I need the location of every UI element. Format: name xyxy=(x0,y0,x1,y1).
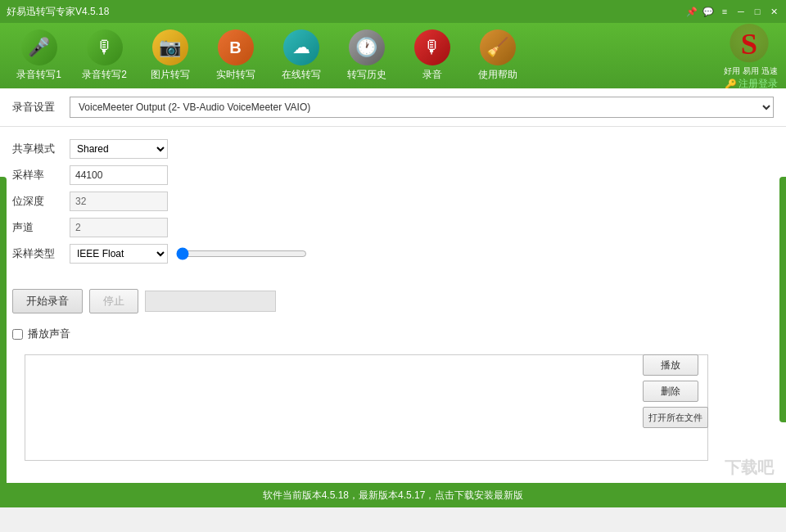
title-bar-controls: 📌 💬 ≡ ─ □ ✕ xyxy=(686,6,779,17)
volume-slider-container xyxy=(176,247,307,260)
device-select[interactable]: VoiceMeeter Output (2- VB-Audio VoiceMee… xyxy=(70,97,774,118)
toolbar: 🎤 录音转写1 🎙 录音转写2 📷 图片转写 B 实时转写 ☁ 在线转写 🕐 转… xyxy=(0,23,786,88)
sample-rate-row: 采样率 xyxy=(12,165,774,185)
stop-button[interactable]: 停止 xyxy=(89,289,138,313)
close-button[interactable]: ✕ xyxy=(768,6,779,17)
bit-depth-input[interactable] xyxy=(70,192,168,211)
shared-mode-select[interactable]: Shared Exclusive xyxy=(70,139,168,159)
shared-mode-label: 共享模式 xyxy=(12,142,61,156)
main-content: 录音设置 VoiceMeeter Output (2- VB-Audio Voi… xyxy=(0,88,786,507)
toolbar-item-realtime[interactable]: B 实时转写 xyxy=(205,27,266,84)
record2-icon: 🎙 xyxy=(87,29,123,65)
maximize-button[interactable]: □ xyxy=(752,6,763,17)
help-icon: 🧹 xyxy=(480,29,516,65)
volume-slider[interactable] xyxy=(176,247,307,260)
recording-settings-section: 录音设置 VoiceMeeter Output (2- VB-Audio Voi… xyxy=(0,88,786,127)
message-button[interactable]: 💬 xyxy=(702,6,714,17)
left-accent-bar xyxy=(0,177,7,504)
start-record-button[interactable]: 开始录音 xyxy=(12,289,83,313)
form-section: 共享模式 Shared Exclusive 采样率 位深度 声道 采样类型 IE… xyxy=(0,127,786,282)
play-button[interactable]: 播放 xyxy=(643,354,698,376)
file-list-area xyxy=(25,354,708,461)
action-buttons-row: 开始录音 停止 xyxy=(0,282,786,320)
device-label: 录音设置 xyxy=(12,100,61,115)
brand-logo: S xyxy=(720,20,778,65)
toolbar-label-image: 图片转写 xyxy=(151,68,190,82)
sample-type-row: 采样类型 IEEE Float PCM xyxy=(12,244,774,264)
toolbar-item-help[interactable]: 🧹 使用帮助 xyxy=(467,27,528,84)
history-icon: 🕐 xyxy=(349,29,385,65)
toolbar-item-record[interactable]: 🎙 录音 xyxy=(401,27,463,84)
channels-input[interactable] xyxy=(70,218,168,237)
toolbar-label-record1: 录音转写1 xyxy=(16,68,61,82)
open-folder-button[interactable]: 打开所在文件 xyxy=(643,407,708,428)
app-title: 好易迅转写专家V4.5.18 xyxy=(7,5,109,19)
pin-button[interactable]: 📌 xyxy=(686,6,698,17)
sample-rate-label: 采样率 xyxy=(12,168,61,183)
record1-icon: 🎤 xyxy=(21,29,57,65)
toolbar-label-history: 转写历史 xyxy=(347,68,386,82)
sample-type-select[interactable]: IEEE Float PCM xyxy=(70,244,168,264)
svg-text:S: S xyxy=(741,28,757,61)
title-bar: 好易迅转写专家V4.5.18 📌 💬 ≡ ─ □ ✕ xyxy=(0,0,786,23)
status-text: 软件当前版本4.5.18，最新版本4.5.17，点击下载安装最新版 xyxy=(263,489,524,503)
bit-depth-row: 位深度 xyxy=(12,192,774,211)
toolbar-label-online: 在线转写 xyxy=(282,68,321,82)
toolbar-item-record1[interactable]: 🎤 录音转写1 xyxy=(8,27,70,84)
toolbar-label-help: 使用帮助 xyxy=(478,68,517,82)
shared-mode-row: 共享模式 Shared Exclusive xyxy=(12,139,774,159)
status-bar[interactable]: 软件当前版本4.5.18，最新版本4.5.17，点击下载安装最新版 xyxy=(0,483,786,507)
right-action-buttons: 播放 删除 打开所在文件 xyxy=(643,354,708,428)
brand-tagline: 好用 易用 迅速 xyxy=(724,65,778,77)
play-sound-checkbox[interactable] xyxy=(12,329,23,340)
delete-button[interactable]: 删除 xyxy=(643,381,698,402)
toolbar-item-record2[interactable]: 🎙 录音转写2 xyxy=(74,27,135,84)
channels-label: 声道 xyxy=(12,220,61,235)
progress-bar xyxy=(145,291,276,312)
toolbar-item-online[interactable]: ☁ 在线转写 xyxy=(270,27,332,84)
record-icon: 🎙 xyxy=(414,29,450,65)
device-row: 录音设置 VoiceMeeter Output (2- VB-Audio Voi… xyxy=(12,97,774,118)
realtime-icon: B xyxy=(218,29,254,65)
sample-rate-input[interactable] xyxy=(70,165,168,185)
toolbar-item-history[interactable]: 🕐 转写历史 xyxy=(336,27,397,84)
watermark: 下载吧 xyxy=(725,457,774,479)
online-icon: ☁ xyxy=(283,29,319,65)
toolbar-label-realtime: 实时转写 xyxy=(216,68,255,82)
play-sound-label: 播放声音 xyxy=(28,327,70,341)
right-accent-bar xyxy=(779,177,786,422)
brand-logo-svg: S xyxy=(725,23,774,64)
sample-type-label: 采样类型 xyxy=(12,246,61,261)
minimize-button[interactable]: ─ xyxy=(735,6,747,17)
toolbar-item-image[interactable]: 📷 图片转写 xyxy=(139,27,201,84)
checkbox-row: 播放声音 xyxy=(0,320,786,348)
toolbar-label-record: 录音 xyxy=(422,68,442,82)
toolbar-label-record2: 录音转写2 xyxy=(82,68,127,82)
channels-row: 声道 xyxy=(12,218,774,237)
brand-area: S 好用 易用 迅速 🔑 注册登录 xyxy=(720,20,778,91)
bit-depth-label: 位深度 xyxy=(12,194,61,209)
image-icon: 📷 xyxy=(152,29,188,65)
menu-button[interactable]: ≡ xyxy=(719,6,730,17)
